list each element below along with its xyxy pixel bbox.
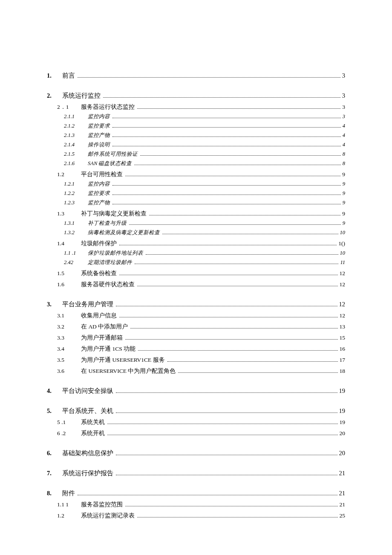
toc-number: 3.6 <box>57 368 81 375</box>
toc-title: 基础架构信息保护 <box>62 449 113 457</box>
toc-entry[interactable]: 8.附件21 <box>47 489 345 497</box>
toc-entry[interactable]: 1.1 1服务器监控范围21 <box>57 501 345 509</box>
toc-entry[interactable]: 1.2.2监控要求9 <box>64 190 345 197</box>
toc-title: 服务器硬件状态检查 <box>81 281 135 288</box>
toc-entry[interactable]: 3.平台业务用户管理12 <box>47 300 345 308</box>
toc-entry[interactable]: 2.系统运行监控3 <box>47 92 345 100</box>
toc-entry[interactable]: 1.3.1补丁检查与升级9 <box>64 220 345 227</box>
toc-page-number: 12 <box>339 301 346 308</box>
toc-entry[interactable]: 1.2.1监控内容9 <box>64 180 345 188</box>
toc-leader <box>135 261 338 264</box>
toc-number: 8. <box>47 490 62 497</box>
toc-entry[interactable]: 3.5为用户开通 USERSERV1CE 服务17 <box>57 356 345 364</box>
toc-entry[interactable]: 1.2平台可用性检查9 <box>57 171 345 178</box>
toc-entry[interactable]: 1.2系统运行监测记录表25 <box>57 512 345 520</box>
toc-leader <box>162 231 338 235</box>
toc-entry[interactable]: 4.平台访问安全操纵19 <box>47 387 345 395</box>
toc-entry[interactable]: 2.1.2监控要求4 <box>64 122 345 130</box>
toc-entry[interactable]: 2.1.1监控内容3 <box>64 113 345 120</box>
toc-title: 定期清理垃圾邮件 <box>88 259 132 266</box>
toc-entry[interactable]: 6 .2系统开机20 <box>57 430 345 437</box>
toc-number: 3.3 <box>57 334 81 341</box>
toc-number: 2.1.4 <box>64 142 88 148</box>
toc-entry[interactable]: 1.2.3监控产物9 <box>64 199 345 206</box>
toc-entry[interactable]: 5 .1系统关机19 <box>57 418 345 426</box>
toc-title: 监控要求 <box>88 190 110 197</box>
toc-entry[interactable]: 3.4为用户开通 1CS 功能16 <box>57 345 345 353</box>
toc-title: 系统关机 <box>81 418 105 426</box>
toc-entry[interactable]: 3.3为用户开通邮箱15 <box>57 334 345 342</box>
toc-number: 2.1.3 <box>64 132 88 139</box>
toc-title: 平台可用性检查 <box>81 171 123 178</box>
toc-leader <box>146 251 338 255</box>
toc-page-number: 9 <box>343 181 345 187</box>
toc-leader <box>134 162 340 166</box>
toc-page-number: 18 <box>340 368 346 375</box>
toc-number: 3.4 <box>57 346 81 352</box>
toc-title: 在 USERSERVICE 中为用户配置角色 <box>81 367 176 375</box>
toc-entry[interactable]: 1.3补丁与病毒定义更新检查9 <box>57 210 345 218</box>
toc-entry[interactable]: 3.2在 AD 中添加用户13 <box>57 323 345 331</box>
toc-number: 4. <box>47 387 62 395</box>
toc-entry[interactable]: 1.3.2病毒检测及病毒定义更新检查10 <box>64 229 345 236</box>
toc-number: 6 .2 <box>57 430 81 437</box>
toc-entry[interactable]: 3.6在 USERSERVICE 中为用户配置角色18 <box>57 367 345 375</box>
toc-leader <box>112 192 341 195</box>
toc-page-number: 15 <box>340 334 346 341</box>
toc-title: 为用户开通 USERSERV1CE 服务 <box>81 356 165 364</box>
toc-entry[interactable]: 7.系统运行保护报告21 <box>47 469 345 477</box>
toc-title: 监控产物 <box>88 132 110 139</box>
toc-entry[interactable]: 3.1收集用户信息12 <box>57 312 345 320</box>
toc-entry[interactable]: 1.前言3 <box>47 72 345 80</box>
toc-title: 操作说明 <box>88 141 110 148</box>
toc-leader <box>140 152 341 156</box>
toc-title: 系统备份检查 <box>81 270 117 277</box>
toc-leader <box>112 201 341 205</box>
toc-title: 补丁与病毒定义更新检查 <box>81 210 147 218</box>
toc-entry[interactable]: 2.1.3监控产物4 <box>64 132 345 139</box>
toc-number: 2.1.1 <box>64 113 88 120</box>
toc-number: 3.1 <box>57 312 81 319</box>
toc-entry[interactable]: 1.6服务器硬件状态检查12 <box>57 281 345 288</box>
toc-page-number: 12 <box>340 312 346 319</box>
toc-entry[interactable]: 2.1.6SAN 磁盘状态检查8 <box>64 160 345 167</box>
toc-leader <box>119 314 338 317</box>
toc-leader <box>103 93 340 98</box>
toc-title: 平台访问安全操纵 <box>62 387 113 395</box>
toc-number: 1.2.2 <box>64 190 88 197</box>
toc-entry[interactable]: 6.基础架构信息保护20 <box>47 449 345 457</box>
toc-number: 1. <box>47 72 62 79</box>
toc-page-number: 3 <box>342 72 345 79</box>
toc-number: 1.2.3 <box>64 200 88 206</box>
toc-number: 3. <box>47 301 62 308</box>
toc-entry[interactable]: 2.1.5邮件系统可用性验证8 <box>64 151 345 158</box>
toc-entry[interactable]: 1.4垃圾邮件保护1() <box>57 240 345 247</box>
toc-title: 监控产物 <box>88 199 110 206</box>
toc-page-number: 12 <box>340 270 346 277</box>
toc-leader <box>112 124 341 128</box>
toc-leader <box>137 514 338 517</box>
toc-page-number: 25 <box>340 512 346 519</box>
toc-entry[interactable]: 2.42定期清理垃圾邮件11 <box>64 259 345 266</box>
toc-page-number: 9 <box>343 220 345 227</box>
toc-leader <box>119 271 338 275</box>
toc-number: 2.1.5 <box>64 151 88 157</box>
toc-number: 5 .1 <box>57 419 81 426</box>
toc-title: 为用户开通邮箱 <box>81 334 123 342</box>
toc-entry[interactable]: 1.1 .1保护垃圾邮件地址列表10 <box>64 250 345 257</box>
toc-entry[interactable]: 5.平台系统开、关机19 <box>47 407 345 415</box>
toc-title: 附件 <box>62 489 75 497</box>
toc-page: 1.前言32.系统运行监控32．1服务器运行状态监控32.1.1监控内容32.1… <box>0 0 392 555</box>
toc-title: 邮件系统可用性验证 <box>88 151 138 158</box>
toc-entry[interactable]: 2.1.4操作说明4 <box>64 141 345 148</box>
toc-page-number: 16 <box>340 346 346 352</box>
toc-number: 1.6 <box>57 281 81 288</box>
toc-title: 垃圾邮件保护 <box>81 240 117 247</box>
toc-page-number: 4 <box>343 142 345 148</box>
toc-entry[interactable]: 2．1服务器运行状态监控3 <box>57 103 345 111</box>
toc-number: 2.1.6 <box>64 160 88 167</box>
toc-number: 1.5 <box>57 270 81 277</box>
toc-leader <box>116 451 337 455</box>
toc-number: 1.3.1 <box>64 220 88 227</box>
toc-entry[interactable]: 1.5系统备份检查12 <box>57 270 345 277</box>
